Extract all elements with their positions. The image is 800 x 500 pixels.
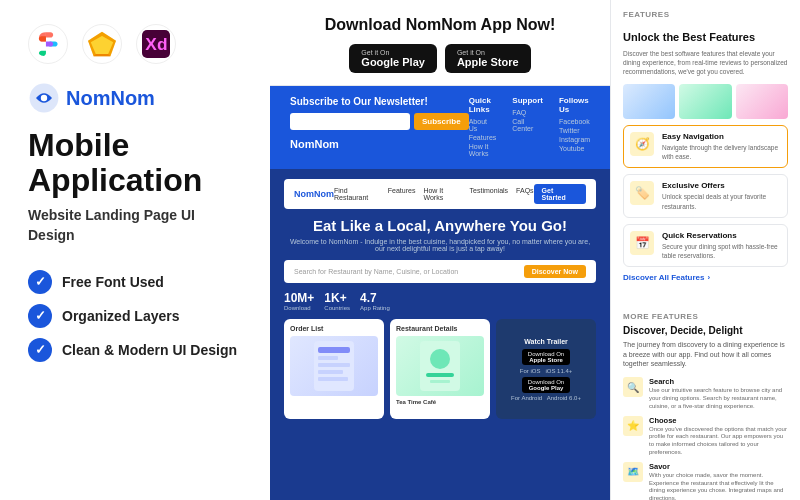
download-title: Download NomNom App Now! bbox=[325, 16, 556, 34]
google-play-button[interactable]: Get it On Google Play bbox=[349, 44, 437, 73]
follow-link-3[interactable]: Instagram bbox=[559, 136, 590, 143]
apple-label: Apple Store bbox=[457, 56, 519, 68]
svg-point-16 bbox=[430, 349, 450, 369]
subtitle: Website Landing Page UI Design bbox=[28, 206, 242, 245]
feature-label-3: Clean & Modern UI Design bbox=[62, 342, 237, 358]
subscribe-button[interactable]: Subscribe bbox=[414, 113, 469, 130]
svg-marker-3 bbox=[94, 54, 111, 56]
order-list-img bbox=[290, 336, 378, 396]
newsletter-input-row: Subscribe bbox=[290, 113, 469, 130]
stat-downloads: 10M+ Download bbox=[284, 291, 314, 311]
nav-how-it-works[interactable]: How It Works bbox=[423, 187, 461, 201]
choose-ds-title: Choose bbox=[649, 416, 788, 425]
svg-rect-10 bbox=[318, 347, 350, 353]
feature-label-1: Free Font Used bbox=[62, 274, 164, 290]
ds-card-savor: 🗺️ Savor With your choice made, savor th… bbox=[623, 462, 788, 500]
ds-card-search: 🔍 Search Use our intuitive search featur… bbox=[623, 377, 788, 410]
navigation-content: Easy Navigation Navigate through the del… bbox=[662, 132, 781, 161]
choose-ds-icon: ⭐ bbox=[623, 416, 643, 436]
nav-find-restaurant[interactable]: Find Restaurant bbox=[334, 187, 380, 201]
brand-name: NomNom bbox=[66, 87, 155, 110]
discover-cards: 🔍 Search Use our intuitive search featur… bbox=[623, 377, 788, 500]
follow-link-2[interactable]: Twitter bbox=[559, 127, 590, 134]
figma-icon bbox=[28, 24, 68, 64]
offers-content: Exclusive Offers Unlock special deals at… bbox=[662, 181, 781, 210]
restaurant-subtitle: Tea Time Café bbox=[396, 399, 484, 405]
order-list-title: Order List bbox=[290, 325, 378, 332]
svg-rect-18 bbox=[430, 380, 450, 383]
features-list: ✓ Free Font Used ✓ Organized Layers ✓ Cl… bbox=[28, 270, 242, 362]
hero-search-bar: Search for Restaurant by Name, Cuisine, … bbox=[284, 260, 596, 283]
nav-features[interactable]: Features bbox=[388, 187, 416, 201]
restaurant-details-title: Restaurant Details bbox=[396, 325, 484, 332]
unlock-desc: Discover the best software features that… bbox=[623, 49, 788, 76]
savor-ds-desc: With your choice made, savor the moment.… bbox=[649, 472, 788, 500]
center-panel: Download NomNom App Now! Get it On Googl… bbox=[270, 0, 610, 500]
stat-countries: 1K+ Countries bbox=[324, 291, 350, 311]
support-link-2[interactable]: Call Center bbox=[512, 118, 543, 132]
brand-logo: NomNom bbox=[28, 82, 242, 114]
preview-top: Download NomNom App Now! Get it On Googl… bbox=[270, 0, 610, 86]
restaurant-details-card: Restaurant Details Tea Time Café bbox=[390, 319, 490, 419]
stat-rating: 4.7 App Rating bbox=[360, 291, 390, 311]
check-icon-3: ✓ bbox=[28, 338, 52, 362]
support-title: Support bbox=[512, 96, 543, 105]
navigation-icon: 🧭 bbox=[630, 132, 654, 156]
stat-number-rating: 4.7 bbox=[360, 291, 390, 305]
feature-clean-ui: ✓ Clean & Modern UI Design bbox=[28, 338, 242, 362]
navigation-title: Easy Navigation bbox=[662, 132, 781, 141]
google-play-label: Google Play bbox=[361, 56, 425, 68]
arrow-right-icon: › bbox=[708, 273, 711, 282]
search-placeholder[interactable]: Search for Restaurant by Name, Cuisine, … bbox=[294, 268, 458, 275]
savor-ds-icon: 🗺️ bbox=[623, 462, 643, 482]
offers-desc: Unlock special deals at your favorite re… bbox=[662, 192, 781, 210]
follow-link-1[interactable]: Facebook bbox=[559, 118, 590, 125]
xd-icon: Xd bbox=[136, 24, 176, 64]
navigation-desc: Navigate through the delivery landscape … bbox=[662, 143, 781, 161]
feature-card-navigation[interactable]: 🧭 Easy Navigation Navigate through the d… bbox=[623, 125, 788, 168]
right-image-preview bbox=[623, 84, 788, 119]
nav-testimonials[interactable]: Testimonials bbox=[470, 187, 509, 201]
sketch-icon bbox=[82, 24, 122, 64]
discover-now-button[interactable]: Discover Now bbox=[524, 265, 586, 278]
feature-card-offers[interactable]: 🏷️ Exclusive Offers Unlock special deals… bbox=[623, 174, 788, 217]
preview-nav: NomNom Find Restaurant Features How It W… bbox=[284, 179, 596, 209]
choose-ds-desc: Once you've discovered the options that … bbox=[649, 426, 788, 457]
main-title: Mobile Application bbox=[28, 128, 242, 198]
feature-highlight: Unlock the Best Features Discover the be… bbox=[623, 31, 788, 282]
offers-title: Exclusive Offers bbox=[662, 181, 781, 190]
google-dl-btn[interactable]: Download OnGoogle Play bbox=[522, 377, 570, 393]
newsletter-left: Subscribe to Our Newsletter! Subscribe N… bbox=[290, 96, 469, 150]
savor-ds-content: Savor With your choice made, savor the m… bbox=[649, 462, 788, 500]
apple-dl-btn[interactable]: Download OnApple Store bbox=[522, 349, 570, 365]
quick-link-2[interactable]: Features bbox=[469, 134, 497, 141]
discover-all-link[interactable]: Discover All Features › bbox=[623, 273, 788, 282]
nav-cta-button[interactable]: Get Started bbox=[534, 184, 586, 204]
svg-rect-12 bbox=[318, 363, 350, 367]
quick-link-3[interactable]: How It Works bbox=[469, 143, 497, 157]
stat-label-rating: App Rating bbox=[360, 305, 390, 311]
follow-link-4[interactable]: Youtube bbox=[559, 145, 590, 152]
hero-title: Eat Like a Local, Anywhere You Go! bbox=[284, 217, 596, 234]
quick-link-1[interactable]: About Us bbox=[469, 118, 497, 132]
search-ds-title: Search bbox=[649, 377, 788, 386]
reservations-content: Quick Reservations Secure your dining sp… bbox=[662, 231, 781, 260]
nav-faqs[interactable]: FAQs bbox=[516, 187, 534, 201]
feature-card-reservations[interactable]: 📅 Quick Reservations Secure your dining … bbox=[623, 224, 788, 267]
restaurant-img bbox=[396, 336, 484, 396]
newsletter-email-input[interactable] bbox=[290, 113, 410, 130]
phones-row: Order List Restaurant Details bbox=[284, 319, 596, 419]
ds-card-choose: ⭐ Choose Once you've discovered the opti… bbox=[623, 416, 788, 457]
stat-label-countries: Countries bbox=[324, 305, 350, 311]
quick-links-title: Quick Links bbox=[469, 96, 497, 114]
search-ds-content: Search Use our intuitive search feature … bbox=[649, 377, 788, 410]
preview-bottom: NomNom Find Restaurant Features How It W… bbox=[270, 169, 610, 500]
apple-store-button[interactable]: Get it On Apple Store bbox=[445, 44, 531, 73]
newsletter-section: Subscribe to Our Newsletter! Subscribe N… bbox=[270, 86, 610, 169]
discover-decide-title: Discover, Decide, Delight bbox=[623, 325, 788, 336]
search-ds-desc: Use our intuitive search feature to brow… bbox=[649, 387, 788, 410]
support-link-1[interactable]: FAQ bbox=[512, 109, 543, 116]
feature-label-2: Organized Layers bbox=[62, 308, 180, 324]
store-buttons: Get it On Google Play Get it On Apple St… bbox=[349, 44, 530, 73]
unlock-title: Unlock the Best Features bbox=[623, 31, 788, 43]
